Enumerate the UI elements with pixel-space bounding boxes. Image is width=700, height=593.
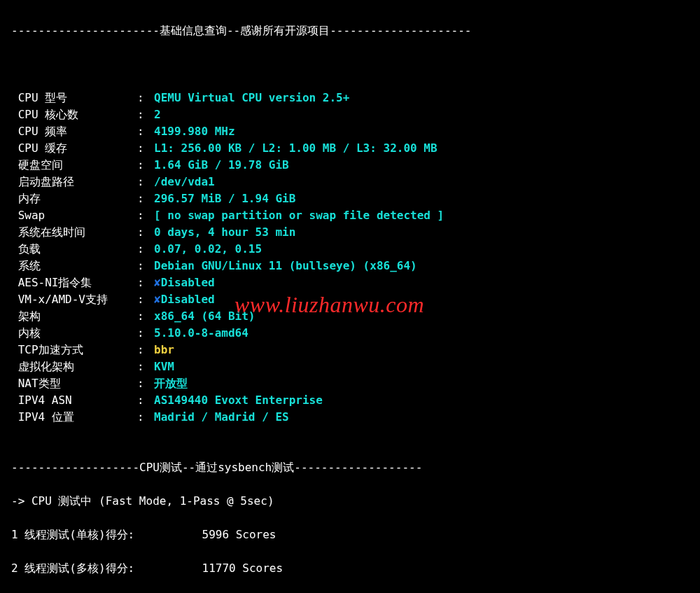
info-value: 2 xyxy=(154,108,161,121)
section-divider-cpu: -------------------CPU测试--通过sysbench测试--… xyxy=(11,459,694,476)
info-label: 虚拟化架构 xyxy=(11,358,137,375)
info-row: IPV4 ASN: AS149440 Evoxt Enterprise xyxy=(11,392,694,409)
info-label: 启动盘路径 xyxy=(11,174,137,190)
info-row: 系统: Debian GNU/Linux 11 (bullseye) (x86_… xyxy=(11,258,694,274)
info-row: 内核: 5.10.0-8-amd64 xyxy=(11,325,694,342)
info-label: 硬盘空间 xyxy=(11,157,137,174)
info-label: CPU 缓存 xyxy=(11,140,137,157)
info-row: AES-NI指令集: ✘Disabled xyxy=(11,274,694,291)
cross-icon: ✘ xyxy=(154,293,161,306)
info-value: 4199.980 MHz xyxy=(154,125,235,138)
info-label: NAT类型 xyxy=(11,375,137,392)
cpu-test-line-2: 2 线程测试(多核)得分: 11770 Scores xyxy=(11,560,694,577)
info-colon: : xyxy=(137,207,154,224)
info-value: /dev/vda1 xyxy=(154,175,215,188)
info-colon: : xyxy=(137,342,154,358)
info-row: TCP加速方式: bbr xyxy=(11,342,694,358)
info-row: NAT类型: 开放型 xyxy=(11,375,694,392)
terminal-output: ----------------------基础信息查询--感谢所有开源项目--… xyxy=(0,0,700,593)
info-value: Disabled xyxy=(161,293,215,306)
info-value: L1: 256.00 KB / L2: 1.00 MB / L3: 32.00 … xyxy=(154,141,438,155)
info-label: VM-x/AMD-V支持 xyxy=(11,291,137,308)
info-label: 内核 xyxy=(11,325,137,342)
info-value: 5.10.0-8-amd64 xyxy=(154,326,248,340)
info-colon: : xyxy=(137,308,154,325)
info-value: [ no swap partition or swap file detecte… xyxy=(154,209,444,222)
info-value: Debian GNU/Linux 11 (bullseye) (x86_64) xyxy=(154,259,417,272)
info-value: AS149440 Evoxt Enterprise xyxy=(154,393,323,407)
info-row: 系统在线时间: 0 days, 4 hour 53 min xyxy=(11,224,694,241)
info-colon: : xyxy=(137,241,154,258)
info-row: CPU 频率: 4199.980 MHz xyxy=(11,123,694,140)
info-colon: : xyxy=(137,123,154,140)
info-row: IPV4 位置: Madrid / Madrid / ES xyxy=(11,409,694,426)
info-label: AES-NI指令集 xyxy=(11,274,137,291)
info-row: 内存: 296.57 MiB / 1.94 GiB xyxy=(11,190,694,207)
info-colon: : xyxy=(137,90,154,106)
info-value: x86_64 (64 Bit) xyxy=(154,309,255,323)
info-value: Disabled xyxy=(161,276,215,289)
info-colon: : xyxy=(137,157,154,174)
info-colon: : xyxy=(137,409,154,426)
info-row: 架构: x86_64 (64 Bit) xyxy=(11,308,694,325)
info-label: CPU 核心数 xyxy=(11,106,137,123)
info-colon: : xyxy=(137,375,154,392)
section-divider-basic: ----------------------基础信息查询--感谢所有开源项目--… xyxy=(11,22,694,39)
info-colon: : xyxy=(137,392,154,409)
info-label: CPU 型号 xyxy=(11,90,137,106)
info-label: 架构 xyxy=(11,308,137,325)
cpu-test-header: -> CPU 测试中 (Fast Mode, 1-Pass @ 5sec) xyxy=(11,493,694,510)
info-row: CPU 缓存: L1: 256.00 KB / L2: 1.00 MB / L3… xyxy=(11,140,694,157)
info-colon: : xyxy=(137,358,154,375)
info-row: CPU 型号: QEMU Virtual CPU version 2.5+ xyxy=(11,90,694,106)
info-row: VM-x/AMD-V支持: ✘Disabled xyxy=(11,291,694,308)
info-value: 0.07, 0.02, 0.15 xyxy=(154,242,262,256)
info-label: Swap xyxy=(11,207,137,224)
info-label: IPV4 位置 xyxy=(11,409,137,426)
info-label: TCP加速方式 xyxy=(11,342,137,358)
info-colon: : xyxy=(137,140,154,157)
info-value: 0 days, 4 hour 53 min xyxy=(154,225,295,239)
info-colon: : xyxy=(137,325,154,342)
info-label: CPU 频率 xyxy=(11,123,137,140)
info-value: 开放型 xyxy=(154,377,188,390)
info-colon: : xyxy=(137,291,154,308)
info-colon: : xyxy=(137,258,154,274)
info-value: 296.57 MiB / 1.94 GiB xyxy=(154,192,295,205)
info-row: 负载: 0.07, 0.02, 0.15 xyxy=(11,241,694,258)
info-value: KVM xyxy=(154,360,174,373)
info-label: 内存 xyxy=(11,190,137,207)
info-value: Madrid / Madrid / ES xyxy=(154,410,289,424)
cross-icon: ✘ xyxy=(154,276,161,289)
info-value: 1.64 GiB / 19.78 GiB xyxy=(154,158,289,172)
info-colon: : xyxy=(137,224,154,241)
info-label: 系统 xyxy=(11,258,137,274)
info-colon: : xyxy=(137,274,154,291)
cpu-test-line-1: 1 线程测试(单核)得分: 5996 Scores xyxy=(11,526,694,543)
info-row: 硬盘空间: 1.64 GiB / 19.78 GiB xyxy=(11,157,694,174)
info-row: Swap: [ no swap partition or swap file d… xyxy=(11,207,694,224)
info-colon: : xyxy=(137,174,154,190)
info-label: IPV4 ASN xyxy=(11,392,137,409)
info-value: QEMU Virtual CPU version 2.5+ xyxy=(154,91,349,104)
info-row: 启动盘路径: /dev/vda1 xyxy=(11,174,694,190)
info-value: bbr xyxy=(154,343,174,356)
info-row: CPU 核心数: 2 xyxy=(11,106,694,123)
info-row: 虚拟化架构: KVM xyxy=(11,358,694,375)
info-colon: : xyxy=(137,190,154,207)
info-label: 负载 xyxy=(11,241,137,258)
info-colon: : xyxy=(137,106,154,123)
info-label: 系统在线时间 xyxy=(11,224,137,241)
